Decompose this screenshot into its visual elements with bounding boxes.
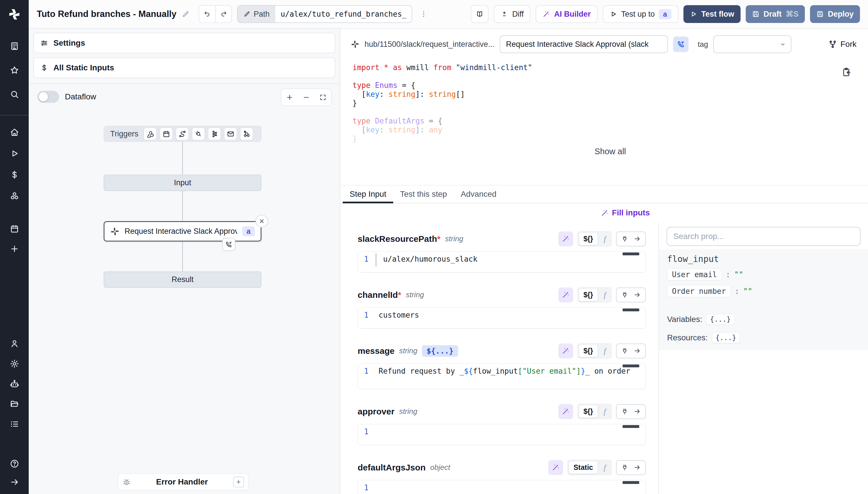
add-error-handler-button[interactable] (233, 476, 244, 488)
tab-step-input[interactable]: Step Input (343, 186, 393, 203)
field-editor-approver[interactable]: 1 (358, 424, 646, 445)
trigger-poll-button[interactable] (240, 127, 253, 140)
rail-cubes-button[interactable] (6, 188, 22, 204)
mode-javascript-chip[interactable]: f (599, 289, 611, 301)
step-node-slack-approval[interactable]: Request Interactive Slack Approval (... … (104, 221, 261, 242)
plug-icon[interactable] (621, 235, 628, 242)
trigger-plug-button[interactable] (192, 127, 205, 140)
tab-advanced[interactable]: Advanced (454, 186, 504, 203)
plug-icon[interactable] (621, 347, 628, 355)
result-node[interactable]: Result (104, 271, 261, 288)
rail-building-button[interactable] (6, 38, 22, 54)
zoom-out-icon[interactable] (302, 94, 310, 101)
field-editor-defaultArgsJson[interactable]: 1 (358, 480, 646, 494)
mode-javascript-chip[interactable]: f (599, 462, 611, 473)
prop-key-chip[interactable]: Order number (667, 285, 731, 297)
ai-generate-button[interactable] (548, 460, 563, 475)
trigger-route-button[interactable] (176, 127, 189, 140)
editor-scrollbar[interactable] (623, 481, 639, 484)
arrow-right-icon[interactable] (633, 347, 641, 355)
deploy-button[interactable]: Deploy (810, 5, 860, 23)
trigger-webhook-button[interactable] (143, 127, 157, 140)
docs-button[interactable] (471, 5, 489, 23)
editor-scrollbar[interactable] (623, 364, 639, 367)
field-editor-message[interactable]: 1Refund request by _${flow_input["User e… (358, 363, 646, 389)
all-static-inputs-button[interactable]: All Static Inputs (33, 57, 335, 78)
step-summary-input[interactable]: Request Interactive Slack Approval (slac… (500, 35, 668, 53)
mode-template-chip[interactable]: ${} (579, 232, 598, 245)
undo-button[interactable] (199, 6, 215, 22)
plug-icon[interactable] (621, 291, 628, 299)
fit-view-icon[interactable] (319, 94, 327, 101)
ai-generate-button[interactable] (558, 343, 573, 358)
rail-user-button[interactable] (6, 336, 22, 352)
ai-generate-button[interactable] (558, 231, 573, 246)
field-editor-channelId[interactable]: 1customers (358, 307, 646, 328)
more-menu-button[interactable] (417, 6, 430, 22)
arrow-right-icon[interactable] (633, 235, 641, 242)
mode-template-chip[interactable]: ${} (579, 405, 598, 418)
ai-generate-button[interactable] (558, 404, 573, 419)
diff-button[interactable]: Diff (494, 5, 530, 23)
rail-dollar-button[interactable] (6, 167, 22, 183)
prop-key-chip[interactable]: User email (667, 268, 722, 281)
trigger-kafka-button[interactable] (208, 127, 221, 140)
ai-generate-button[interactable] (558, 287, 573, 302)
mode-javascript-chip[interactable]: f (599, 233, 611, 245)
ai-builder-button[interactable]: AI Builder (536, 5, 598, 23)
rail-calendar-button[interactable] (6, 221, 22, 237)
prop-search-input[interactable] (667, 227, 861, 246)
rail-play-button[interactable] (6, 145, 22, 162)
trigger-schedule-button[interactable] (160, 127, 173, 140)
rail-gear-button[interactable] (6, 356, 22, 372)
mode-template-chip[interactable]: ${} (579, 288, 598, 301)
path-edit-button[interactable]: Path (238, 6, 276, 22)
plug-icon[interactable] (621, 464, 628, 471)
rail-help-button[interactable] (6, 456, 22, 472)
test-up-to-button[interactable]: Test up to a (603, 5, 678, 23)
tab-test-this-step[interactable]: Test this step (393, 186, 454, 203)
dataflow-toggle[interactable] (37, 91, 59, 103)
triggers-node[interactable]: Triggers (104, 126, 261, 142)
editor-scrollbar[interactable] (623, 252, 639, 255)
input-node[interactable]: Input (104, 175, 261, 191)
edit-title-icon[interactable] (182, 10, 190, 18)
copy-code-button[interactable] (842, 67, 851, 77)
prop-row-order-number[interactable]: Order number:"" (667, 285, 860, 297)
mode-javascript-chip[interactable]: f (599, 345, 611, 357)
test-flow-button[interactable]: Test flow (684, 5, 741, 23)
trigger-mail-button[interactable] (224, 127, 237, 140)
plug-icon[interactable] (621, 408, 628, 415)
redo-button[interactable] (215, 6, 231, 22)
rail-list-button[interactable] (6, 416, 22, 432)
variables-expand-chip[interactable]: {...} (706, 314, 734, 325)
prop-row-user-email[interactable]: User email:"" (667, 268, 860, 281)
rail-folder-button[interactable] (6, 396, 22, 412)
resources-expand-chip[interactable]: {...} (712, 332, 740, 343)
arrow-right-icon[interactable] (633, 464, 641, 471)
editor-scrollbar[interactable] (623, 425, 639, 428)
rail-star-button[interactable] (6, 62, 22, 78)
arrow-right-icon[interactable] (633, 408, 641, 415)
rail-bot-button[interactable] (6, 376, 22, 392)
mode-static-chip[interactable]: Static (569, 461, 598, 474)
windmill-logo[interactable] (0, 0, 29, 29)
show-all-code-button[interactable]: Show all (594, 147, 626, 156)
field-editor-slackResourcePath[interactable]: 1 u/alex/humorous_slack (358, 251, 646, 272)
zoom-in-icon[interactable] (286, 94, 293, 101)
arrow-right-icon[interactable] (633, 291, 641, 299)
suspend-settings-button[interactable] (673, 37, 689, 52)
rail-arrow-right-button[interactable] (6, 474, 22, 490)
mode-javascript-chip[interactable]: f (599, 406, 611, 417)
editor-scrollbar[interactable] (623, 308, 639, 311)
flow-settings-button[interactable]: Settings (33, 33, 335, 53)
draft-button[interactable]: Draft ⌘S (746, 5, 805, 23)
path-input[interactable]: u/alex/tuto_refund_branches_ (275, 6, 411, 22)
rail-plus-button[interactable] (6, 241, 22, 257)
tag-select[interactable] (713, 35, 791, 53)
code-editor[interactable]: import * as wmill from "windmill-client"… (341, 59, 868, 185)
fork-button[interactable]: Fork (828, 40, 856, 49)
mode-template-chip[interactable]: ${} (579, 344, 598, 357)
rail-search-button[interactable] (6, 86, 22, 102)
rail-home-button[interactable] (6, 124, 22, 140)
